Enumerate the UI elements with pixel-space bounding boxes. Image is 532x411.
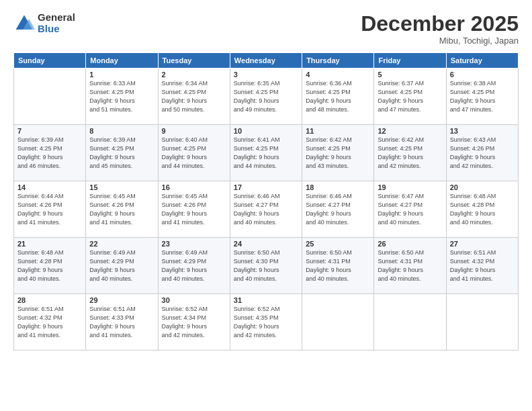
day-number: 11 — [306, 127, 370, 135]
day-info: Sunrise: 6:50 AMSunset: 4:31 PMDaylight:… — [378, 248, 442, 283]
calendar-cell-w4-d1: 22Sunrise: 6:49 AMSunset: 4:29 PMDayligh… — [86, 238, 158, 294]
day-info: Sunrise: 6:42 AMSunset: 4:25 PMDaylight:… — [378, 136, 442, 171]
day-number: 5 — [378, 71, 442, 79]
title-block: December 2025 Mibu, Tochigi, Japan — [361, 12, 519, 46]
day-number: 7 — [17, 127, 82, 135]
logo: General Blue — [13, 12, 75, 34]
day-number: 23 — [162, 240, 226, 248]
day-number: 14 — [17, 183, 82, 191]
header-saturday: Saturday — [446, 53, 518, 68]
month-title: December 2025 — [361, 12, 519, 36]
day-number: 28 — [17, 296, 82, 304]
calendar-cell-w4-d3: 24Sunrise: 6:50 AMSunset: 4:30 PMDayligh… — [230, 238, 302, 294]
day-number: 31 — [234, 296, 298, 304]
calendar-cell-w4-d5: 26Sunrise: 6:50 AMSunset: 4:31 PMDayligh… — [374, 238, 446, 294]
day-info: Sunrise: 6:47 AMSunset: 4:27 PMDaylight:… — [378, 192, 442, 227]
logo-text: General Blue — [38, 12, 75, 34]
calendar-cell-w1-d0 — [14, 68, 86, 125]
header-sunday: Sunday — [14, 53, 86, 68]
day-number: 12 — [378, 127, 442, 135]
day-info: Sunrise: 6:52 AMSunset: 4:35 PMDaylight:… — [234, 305, 298, 340]
day-info: Sunrise: 6:46 AMSunset: 4:27 PMDaylight:… — [306, 192, 370, 227]
day-number: 29 — [89, 296, 154, 304]
day-number: 3 — [234, 71, 298, 79]
day-number: 27 — [450, 240, 515, 248]
day-info: Sunrise: 6:33 AMSunset: 4:25 PMDaylight:… — [89, 79, 154, 114]
day-number: 18 — [306, 183, 370, 191]
day-number: 6 — [450, 71, 515, 79]
day-number: 22 — [89, 240, 154, 248]
header-thursday: Thursday — [302, 53, 374, 68]
day-number: 24 — [234, 240, 298, 248]
day-info: Sunrise: 6:50 AMSunset: 4:31 PMDaylight:… — [306, 248, 370, 283]
calendar-cell-w2-d3: 10Sunrise: 6:41 AMSunset: 4:25 PMDayligh… — [230, 125, 302, 181]
day-number: 20 — [450, 183, 515, 191]
calendar-cell-w3-d6: 20Sunrise: 6:48 AMSunset: 4:28 PMDayligh… — [446, 181, 518, 238]
calendar-cell-w3-d5: 19Sunrise: 6:47 AMSunset: 4:27 PMDayligh… — [374, 181, 446, 238]
day-number: 8 — [89, 127, 154, 135]
header: General Blue December 2025 Mibu, Tochigi… — [13, 12, 519, 46]
day-info: Sunrise: 6:39 AMSunset: 4:25 PMDaylight:… — [17, 136, 82, 171]
header-wednesday: Wednesday — [230, 53, 302, 68]
day-number: 9 — [162, 127, 226, 135]
day-info: Sunrise: 6:44 AMSunset: 4:26 PMDaylight:… — [17, 192, 82, 227]
calendar-cell-w1-d5: 5Sunrise: 6:37 AMSunset: 4:25 PMDaylight… — [374, 68, 446, 125]
day-info: Sunrise: 6:42 AMSunset: 4:25 PMDaylight:… — [306, 136, 370, 171]
day-info: Sunrise: 6:45 AMSunset: 4:26 PMDaylight:… — [89, 192, 154, 227]
day-info: Sunrise: 6:48 AMSunset: 4:28 PMDaylight:… — [17, 248, 82, 283]
calendar-cell-w5-d4 — [302, 294, 374, 351]
day-info: Sunrise: 6:35 AMSunset: 4:25 PMDaylight:… — [234, 79, 298, 114]
day-info: Sunrise: 6:51 AMSunset: 4:32 PMDaylight:… — [17, 305, 82, 340]
day-number: 2 — [162, 71, 226, 79]
calendar-cell-w1-d3: 3Sunrise: 6:35 AMSunset: 4:25 PMDaylight… — [230, 68, 302, 125]
calendar-cell-w4-d4: 25Sunrise: 6:50 AMSunset: 4:31 PMDayligh… — [302, 238, 374, 294]
day-info: Sunrise: 6:37 AMSunset: 4:25 PMDaylight:… — [378, 79, 442, 114]
calendar-cell-w3-d1: 15Sunrise: 6:45 AMSunset: 4:26 PMDayligh… — [86, 181, 158, 238]
weekday-header-row: Sunday Monday Tuesday Wednesday Thursday… — [14, 53, 519, 68]
week-row-2: 7Sunrise: 6:39 AMSunset: 4:25 PMDaylight… — [14, 125, 519, 181]
calendar-cell-w5-d6 — [446, 294, 518, 351]
header-tuesday: Tuesday — [158, 53, 230, 68]
calendar-cell-w2-d4: 11Sunrise: 6:42 AMSunset: 4:25 PMDayligh… — [302, 125, 374, 181]
week-row-5: 28Sunrise: 6:51 AMSunset: 4:32 PMDayligh… — [14, 294, 519, 351]
calendar-cell-w1-d2: 2Sunrise: 6:34 AMSunset: 4:25 PMDaylight… — [158, 68, 230, 125]
day-number: 16 — [162, 183, 226, 191]
calendar-cell-w3-d3: 17Sunrise: 6:46 AMSunset: 4:27 PMDayligh… — [230, 181, 302, 238]
header-monday: Monday — [86, 53, 158, 68]
day-number: 25 — [306, 240, 370, 248]
day-info: Sunrise: 6:51 AMSunset: 4:32 PMDaylight:… — [450, 248, 515, 283]
day-info: Sunrise: 6:38 AMSunset: 4:25 PMDaylight:… — [450, 79, 515, 114]
calendar-cell-w3-d4: 18Sunrise: 6:46 AMSunset: 4:27 PMDayligh… — [302, 181, 374, 238]
day-number: 10 — [234, 127, 298, 135]
day-info: Sunrise: 6:45 AMSunset: 4:26 PMDaylight:… — [162, 192, 226, 227]
day-info: Sunrise: 6:40 AMSunset: 4:25 PMDaylight:… — [162, 136, 226, 171]
day-info: Sunrise: 6:48 AMSunset: 4:28 PMDaylight:… — [450, 192, 515, 227]
day-number: 1 — [89, 71, 154, 79]
calendar-cell-w2-d1: 8Sunrise: 6:39 AMSunset: 4:25 PMDaylight… — [86, 125, 158, 181]
logo-general-text: General — [38, 12, 75, 24]
calendar-cell-w5-d5 — [374, 294, 446, 351]
calendar-cell-w5-d1: 29Sunrise: 6:51 AMSunset: 4:33 PMDayligh… — [86, 294, 158, 351]
calendar-table: Sunday Monday Tuesday Wednesday Thursday… — [13, 52, 519, 351]
calendar-cell-w5-d3: 31Sunrise: 6:52 AMSunset: 4:35 PMDayligh… — [230, 294, 302, 351]
calendar-cell-w4-d0: 21Sunrise: 6:48 AMSunset: 4:28 PMDayligh… — [14, 238, 86, 294]
logo-icon — [13, 13, 35, 34]
day-info: Sunrise: 6:50 AMSunset: 4:30 PMDaylight:… — [234, 248, 298, 283]
calendar-cell-w5-d2: 30Sunrise: 6:52 AMSunset: 4:34 PMDayligh… — [158, 294, 230, 351]
day-number: 4 — [306, 71, 370, 79]
day-info: Sunrise: 6:41 AMSunset: 4:25 PMDaylight:… — [234, 136, 298, 171]
day-number: 17 — [234, 183, 298, 191]
day-info: Sunrise: 6:51 AMSunset: 4:33 PMDaylight:… — [89, 305, 154, 340]
calendar-cell-w1-d4: 4Sunrise: 6:36 AMSunset: 4:25 PMDaylight… — [302, 68, 374, 125]
week-row-1: 1Sunrise: 6:33 AMSunset: 4:25 PMDaylight… — [14, 68, 519, 125]
day-info: Sunrise: 6:43 AMSunset: 4:26 PMDaylight:… — [450, 136, 515, 171]
week-row-3: 14Sunrise: 6:44 AMSunset: 4:26 PMDayligh… — [14, 181, 519, 238]
calendar-cell-w4-d2: 23Sunrise: 6:49 AMSunset: 4:29 PMDayligh… — [158, 238, 230, 294]
logo-blue-text: Blue — [38, 24, 75, 35]
day-info: Sunrise: 6:36 AMSunset: 4:25 PMDaylight:… — [306, 79, 370, 114]
day-info: Sunrise: 6:49 AMSunset: 4:29 PMDaylight:… — [89, 248, 154, 283]
day-number: 30 — [162, 296, 226, 304]
day-number: 13 — [450, 127, 515, 135]
calendar-cell-w2-d0: 7Sunrise: 6:39 AMSunset: 4:25 PMDaylight… — [14, 125, 86, 181]
header-friday: Friday — [374, 53, 446, 68]
